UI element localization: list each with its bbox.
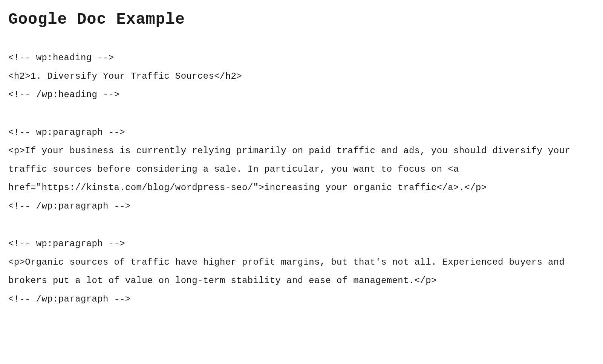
code-content: <!-- wp:heading --> <h2>1. Diversify You… [0, 37, 603, 317]
code-line: <!-- wp:paragraph --> [8, 123, 595, 142]
code-line: <p>Organic sources of traffic have highe… [8, 253, 595, 290]
spacer [8, 104, 595, 123]
page-header: Google Doc Example [0, 0, 603, 37]
code-line: <p>If your business is currently relying… [8, 142, 595, 197]
code-line: <!-- wp:heading --> [8, 49, 595, 67]
page-title: Google Doc Example [8, 11, 595, 29]
code-line: <!-- /wp:paragraph --> [8, 197, 595, 215]
spacer [8, 216, 595, 235]
code-line: <!-- /wp:paragraph --> [8, 290, 595, 308]
code-line: <!-- /wp:heading --> [8, 85, 595, 104]
code-line: <h2>1. Diversify Your Traffic Sources</h… [8, 67, 595, 85]
code-line: <!-- wp:paragraph --> [8, 235, 595, 253]
